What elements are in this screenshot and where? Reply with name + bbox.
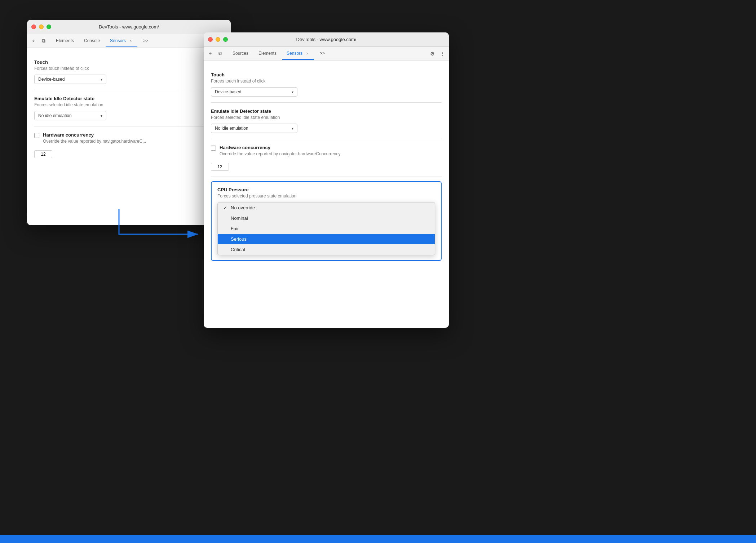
idle-section-1: Emulate Idle Detector state Forces selec… xyxy=(34,90,224,126)
hardware-desc-2: Override the value reported by navigator… xyxy=(220,151,341,156)
title-bar-2: DevTools - www.google.com/ xyxy=(204,32,449,47)
tab-bar-icons-2: ⌖ ⧉ xyxy=(207,50,224,57)
tab-sensors-1[interactable]: Sensors × xyxy=(106,35,137,47)
cpu-option-fair[interactable]: Fair xyxy=(218,223,435,234)
check-no-override: ✓ xyxy=(224,205,229,210)
devtools-window-1: DevTools - www.google.com/ ⌖ ⧉ Elements … xyxy=(27,20,231,225)
tab-bar-2: ⌖ ⧉ Sources Elements Sensors × >> ⚙ ⋮ xyxy=(204,47,449,61)
maximize-button-2[interactable] xyxy=(223,37,228,42)
cpu-pressure-dropdown-menu: ✓ No override Nominal Fair Serious xyxy=(217,202,435,255)
idle-desc-1: Forces selected idle state emulation xyxy=(34,102,224,107)
tab-close-2[interactable]: × xyxy=(305,51,310,56)
idle-title-1: Emulate Idle Detector state xyxy=(34,96,224,101)
tab-sensors-2[interactable]: Sensors × xyxy=(282,48,314,60)
hardware-content-2: Hardware concurrency Override the value … xyxy=(220,145,341,160)
minimize-button-2[interactable] xyxy=(216,37,220,42)
touch-section-2: Touch Forces touch instead of click Devi… xyxy=(211,66,442,103)
touch-title-2: Touch xyxy=(211,72,442,77)
menu-icon-2[interactable]: ⋮ xyxy=(439,50,446,57)
tab-more-1[interactable]: >> xyxy=(139,35,152,47)
touch-dropdown-arrow-1: ▾ xyxy=(101,77,102,81)
tab-bar-icons-1: ⌖ ⧉ xyxy=(30,37,47,45)
traffic-lights-1 xyxy=(31,25,51,29)
content-1: Touch Forces touch instead of click Devi… xyxy=(27,48,231,170)
touch-title-1: Touch xyxy=(34,59,224,65)
close-button-2[interactable] xyxy=(208,37,213,42)
tab-elements-2[interactable]: Elements xyxy=(254,48,281,60)
cpu-option-critical[interactable]: Critical xyxy=(218,244,435,255)
cpu-pressure-desc: Forces selected pressure state emulation xyxy=(217,193,435,199)
touch-section-1: Touch Forces touch instead of click Devi… xyxy=(34,54,224,90)
cursor-icon-2[interactable]: ⌖ xyxy=(207,50,214,57)
cpu-option-no-override[interactable]: ✓ No override xyxy=(218,202,435,213)
window-title-2: DevTools - www.google.com/ xyxy=(296,37,357,42)
idle-section-2: Emulate Idle Detector state Forces selec… xyxy=(211,103,442,139)
tab-console-1[interactable]: Console xyxy=(80,35,104,47)
idle-dropdown-arrow-1: ▾ xyxy=(101,114,102,118)
gear-icon-2[interactable]: ⚙ xyxy=(429,50,436,57)
blue-bar xyxy=(0,535,756,543)
hardware-input-2[interactable] xyxy=(211,163,229,171)
touch-desc-2: Forces touch instead of click xyxy=(211,79,442,84)
idle-dropdown-arrow-2: ▾ xyxy=(292,126,293,130)
idle-dropdown-1[interactable]: No idle emulation ▾ xyxy=(34,111,106,120)
minimize-button-1[interactable] xyxy=(39,25,44,29)
cpu-option-serious[interactable]: Serious xyxy=(218,234,435,244)
idle-title-2: Emulate Idle Detector state xyxy=(211,108,442,114)
devtools-window-2: DevTools - www.google.com/ ⌖ ⧉ Sources E… xyxy=(204,32,449,328)
hardware-title-1: Hardware concurrency xyxy=(43,132,146,138)
tab-sources-2[interactable]: Sources xyxy=(228,48,253,60)
hardware-section-1: Hardware concurrency Override the value … xyxy=(34,126,224,164)
tab-bar-right-2: ⚙ ⋮ xyxy=(429,50,446,57)
hardware-checkbox-row-2: Hardware concurrency Override the value … xyxy=(211,145,442,160)
cursor-icon[interactable]: ⌖ xyxy=(30,37,37,45)
idle-desc-2: Forces selected idle state emulation xyxy=(211,115,442,120)
hardware-desc-1: Override the value reported by navigator… xyxy=(43,139,146,144)
window-title-1: DevTools - www.google.com/ xyxy=(99,24,159,30)
tab-more-2[interactable]: >> xyxy=(315,48,329,60)
touch-dropdown-2[interactable]: Device-based ▾ xyxy=(211,87,297,97)
cpu-option-nominal[interactable]: Nominal xyxy=(218,213,435,223)
touch-dropdown-arrow-2: ▾ xyxy=(292,90,293,94)
touch-desc-1: Forces touch instead of click xyxy=(34,66,224,71)
hardware-title-2: Hardware concurrency xyxy=(220,145,341,150)
title-bar-1: DevTools - www.google.com/ xyxy=(27,20,231,34)
close-button-1[interactable] xyxy=(31,25,36,29)
cpu-pressure-title: CPU Pressure xyxy=(217,187,435,192)
hardware-input-1[interactable] xyxy=(34,150,52,158)
touch-dropdown-1[interactable]: Device-based ▾ xyxy=(34,75,106,84)
layers-icon[interactable]: ⧉ xyxy=(40,37,47,45)
hardware-section-2: Hardware concurrency Override the value … xyxy=(211,139,442,177)
hardware-checkbox-row-1: Hardware concurrency Override the value … xyxy=(34,132,224,147)
idle-dropdown-2[interactable]: No idle emulation ▾ xyxy=(211,124,297,133)
hardware-checkbox-2[interactable] xyxy=(211,146,216,151)
maximize-button-1[interactable] xyxy=(47,25,51,29)
tab-close-1[interactable]: × xyxy=(128,38,133,43)
tab-bar-1: ⌖ ⧉ Elements Console Sensors × >> xyxy=(27,34,231,48)
tab-elements-1[interactable]: Elements xyxy=(52,35,78,47)
hardware-content-1: Hardware concurrency Override the value … xyxy=(43,132,146,147)
traffic-lights-2 xyxy=(208,37,228,42)
content-2: Touch Forces touch instead of click Devi… xyxy=(204,61,449,271)
hardware-checkbox-1[interactable] xyxy=(34,133,39,138)
layers-icon-2[interactable]: ⧉ xyxy=(217,50,224,57)
cpu-pressure-section: CPU Pressure Forces selected pressure st… xyxy=(211,181,442,261)
